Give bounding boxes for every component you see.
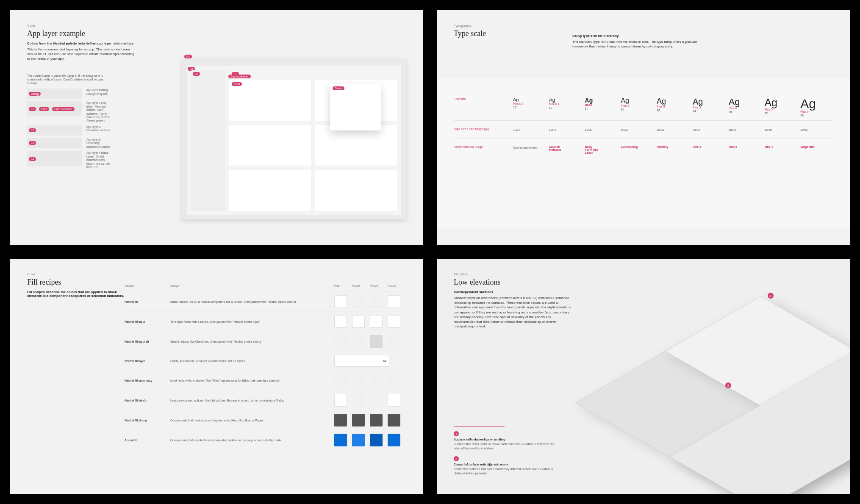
layer-desc: App layer floating: Dialogs or flyouts bbox=[86, 89, 112, 96]
type-name: Plus 2 bbox=[657, 105, 689, 108]
label-l4: L4 bbox=[184, 55, 192, 58]
row-label: Type size / Line height (px) bbox=[454, 127, 513, 130]
type-size: 10 bbox=[513, 106, 546, 109]
col-header: Hover bbox=[352, 284, 366, 287]
layer-intro: The content layer is generally Layer 1. … bbox=[27, 74, 112, 85]
type-name: Minus 2 bbox=[513, 102, 546, 105]
card bbox=[315, 170, 397, 211]
eyebrow: Color bbox=[27, 272, 406, 276]
layer-row: DialogApp layer floating: Dialogs or fly… bbox=[27, 89, 112, 99]
type-line-height: 12/16 bbox=[549, 128, 582, 131]
eyebrow: Typography bbox=[454, 24, 833, 28]
recipe-name: Neutral fill input alt bbox=[125, 340, 167, 343]
card bbox=[229, 170, 311, 211]
color-swatch bbox=[370, 335, 383, 348]
recipe-usage: Cards, Accordions, or larger containers … bbox=[170, 360, 331, 363]
body-text: The standard type ramp has nine variatio… bbox=[572, 39, 708, 49]
col-header: Recipe bbox=[125, 284, 167, 287]
layer-tag: Card bbox=[39, 107, 49, 111]
color-swatch bbox=[370, 295, 383, 308]
recipe-name: Neutral fill strong bbox=[125, 419, 167, 422]
callout-number: 1 bbox=[454, 431, 459, 436]
subtitle: Colors from the Neutral palette help def… bbox=[27, 42, 137, 45]
card bbox=[229, 125, 311, 166]
recipe-alt-swatch: Alt bbox=[334, 355, 402, 367]
callout-title: Connected surfaces with different conten… bbox=[454, 462, 560, 466]
recipe-usage: Input fields with no stroke. The "Filled… bbox=[170, 379, 331, 382]
recipe-name: Neutral fill layer bbox=[125, 360, 167, 363]
app-frame-illustration: L4 L3 L2 L1 Card container Card bbox=[182, 58, 406, 219]
slide-fill-recipes: Color Fill recipes Fill recipes describe… bbox=[10, 259, 423, 494]
callout-number: 2 bbox=[454, 456, 459, 461]
type-size: 12 bbox=[549, 106, 582, 109]
layer-tag: L1 bbox=[29, 107, 36, 111]
layer-swatch: L4 bbox=[27, 151, 82, 166]
color-swatch bbox=[370, 394, 383, 407]
row-label: Font size bbox=[454, 97, 513, 100]
color-swatch bbox=[352, 315, 365, 328]
recipe-usage: Components that enable the most importan… bbox=[170, 439, 331, 442]
card bbox=[315, 125, 397, 166]
color-swatch bbox=[388, 335, 400, 348]
recipe-name: Neutral fill input bbox=[125, 320, 167, 323]
recipe-usage: Basic "default" fill for a neutral compo… bbox=[170, 300, 331, 303]
recipe-usage: Components that meet contrast requiremen… bbox=[170, 419, 331, 422]
slide-type-scale: Typography Type scale Using type size fo… bbox=[437, 10, 850, 245]
body-text: Fill recipes describe the colors that ar… bbox=[27, 290, 129, 298]
type-usage: CaptionMetatext bbox=[549, 145, 582, 154]
eyebrow: Color bbox=[27, 24, 406, 28]
type-specimen: Ag bbox=[729, 97, 761, 107]
subtitle: Interdependent surfaces bbox=[454, 290, 564, 294]
type-col: AgPlus 640 bbox=[800, 97, 833, 117]
type-col: AgPlus 324 bbox=[693, 97, 725, 117]
color-swatch bbox=[388, 394, 400, 407]
layer-tag: L3 bbox=[29, 141, 36, 145]
type-specimen: Ag bbox=[621, 97, 653, 104]
color-swatch bbox=[370, 434, 383, 446]
color-swatch bbox=[388, 434, 400, 446]
type-line-height: 24/32 bbox=[693, 128, 725, 131]
slide-low-elevations: Elevation Low elevations Interdependent … bbox=[437, 259, 850, 494]
separator bbox=[454, 426, 505, 427]
layer-tag: Dialog bbox=[29, 92, 41, 96]
color-swatch bbox=[370, 315, 383, 328]
row-label: Recommended usage bbox=[454, 145, 513, 148]
recipe-row: Neutral fill layerCards, Accordions, or … bbox=[125, 351, 402, 370]
type-specimen: Ag bbox=[764, 97, 797, 108]
type-col: AgMinus 112 bbox=[549, 97, 582, 117]
type-usage: Title 1 bbox=[764, 145, 797, 154]
callout-list: 1Surfaces with relationships or scrollin… bbox=[454, 426, 560, 481]
type-specimen: Ag bbox=[513, 97, 546, 102]
type-specimen: Ag bbox=[800, 97, 833, 110]
color-swatch bbox=[334, 315, 347, 328]
color-swatch bbox=[352, 295, 365, 308]
layer-swatch: L2 bbox=[27, 125, 82, 136]
layer-swatch: L3 bbox=[27, 138, 82, 148]
type-name: Plus 1 bbox=[621, 104, 653, 107]
type-name: Plus 3 bbox=[693, 106, 725, 109]
callout-title: Surfaces with relationships or scrolling bbox=[454, 438, 560, 441]
color-swatch bbox=[334, 295, 347, 308]
layer-tag: L4 bbox=[29, 157, 36, 161]
layer-swatch: Dialog bbox=[27, 89, 82, 99]
type-col: AgPlus 220 bbox=[657, 97, 689, 117]
callout-dot-1: 1 bbox=[768, 293, 774, 299]
recipe-row: Neutral fill stealthLess-pronounced acti… bbox=[125, 390, 402, 410]
sidebar-surface: L2 bbox=[191, 70, 225, 211]
type-line-height: 20/28 bbox=[657, 128, 689, 131]
recipe-name: Neutral fill bbox=[125, 300, 167, 303]
layer-row: L2App layer 2: Command surfaces bbox=[27, 125, 112, 136]
col-header: Active bbox=[370, 284, 384, 287]
recipe-row: Neutral fill input altSmaller inputs lik… bbox=[125, 331, 402, 351]
recipe-usage: Text input fields with a stroke, often p… bbox=[170, 320, 331, 323]
type-usage: Large title bbox=[800, 145, 833, 154]
dialog-illustration: Dialog bbox=[330, 84, 381, 130]
color-swatch bbox=[334, 414, 347, 426]
type-line-height: 10/14 bbox=[513, 128, 546, 131]
type-name: Minus 1 bbox=[549, 102, 582, 105]
recipe-row: Neutral fillBasic "default" fill for a n… bbox=[125, 291, 402, 311]
recipe-usage: Less-pronounced actions, like List optio… bbox=[170, 399, 331, 402]
color-swatch bbox=[334, 434, 347, 446]
layer-tag: L2 bbox=[29, 128, 36, 132]
type-name: Plus 6 bbox=[800, 110, 833, 113]
